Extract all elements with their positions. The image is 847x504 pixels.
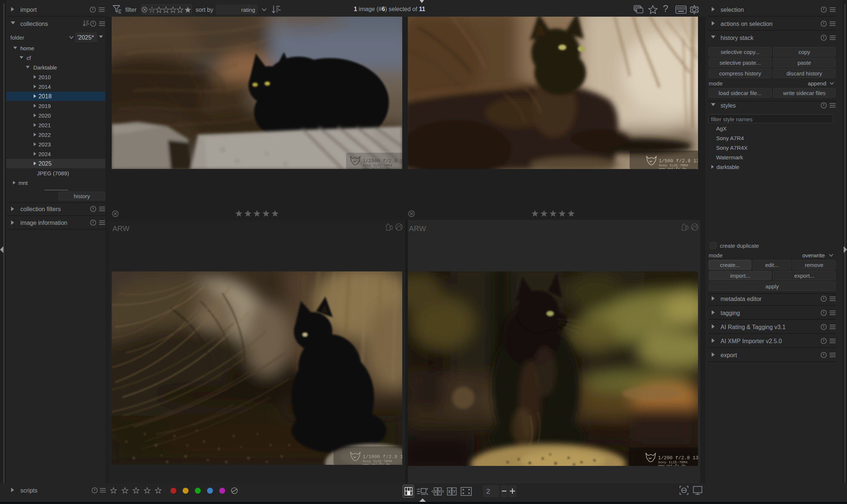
svg-text:1/1000 f/2.8 135mm IS: 1/1000 f/2.8 135mm IS [363,454,402,460]
svg-text:1/500 f/2.8 135mm ISO: 1/500 f/2.8 135mm ISO [659,158,698,164]
svg-text:www.net-fx.de: www.net-fx.de [363,167,390,169]
svg-text:1/2500 f/2.8 135mm IS: 1/2500 f/2.8 135mm IS [363,158,402,164]
svg-text:1/200 f/2.8 135mm ISO: 1/200 f/2.8 135mm ISO [658,455,698,461]
svg-text:www.net-fx.de: www.net-fx.de [658,464,685,466]
svg-text:www.net-fx.de: www.net-fx.de [659,167,686,169]
svg-text:www.net-fx.de: www.net-fx.de [363,463,390,465]
